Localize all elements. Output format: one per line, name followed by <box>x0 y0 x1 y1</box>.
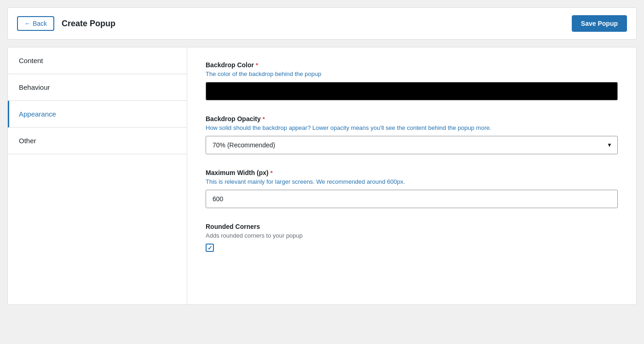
checkmark-icon: ✓ <box>207 245 213 251</box>
page-wrapper: ← Back Create Popup Save Popup Content B… <box>0 0 644 344</box>
rounded-corners-checkbox[interactable]: ✓ <box>206 244 214 252</box>
sidebar-item-content[interactable]: Content <box>8 47 187 74</box>
backdrop-opacity-group: Backdrop Opacity * How solid should the … <box>206 115 618 154</box>
rounded-corners-description: Adds rounded corners to your popup <box>206 232 618 239</box>
page-title: Create Popup <box>62 19 115 29</box>
sidebar-item-content-label: Content <box>19 57 43 64</box>
rounded-corners-checkbox-wrapper: ✓ <box>206 244 618 252</box>
rounded-corners-label: Rounded Corners <box>206 223 618 230</box>
backdrop-opacity-required: * <box>263 116 265 122</box>
top-bar: ← Back Create Popup Save Popup <box>7 7 637 40</box>
sidebar-item-appearance-label: Appearance <box>19 110 56 118</box>
backdrop-opacity-select-wrapper: 10% 20% 30% 40% 50% 60% 70% (Recommended… <box>206 136 618 154</box>
max-width-input[interactable] <box>206 190 618 208</box>
backdrop-color-input[interactable] <box>206 82 618 100</box>
max-width-required: * <box>270 169 273 176</box>
backdrop-opacity-label: Backdrop Opacity * <box>206 115 618 122</box>
backdrop-opacity-select[interactable]: 10% 20% 30% 40% 50% 60% 70% (Recommended… <box>206 136 618 154</box>
back-button[interactable]: ← Back <box>17 16 54 31</box>
max-width-label: Maximum Width (px) * <box>206 169 618 176</box>
content-area: Backdrop Color * The color of the backdr… <box>187 47 636 304</box>
sidebar: Content Behaviour Appearance Other <box>8 47 187 304</box>
top-bar-left: ← Back Create Popup <box>17 16 115 31</box>
backdrop-color-label: Backdrop Color * <box>206 61 618 69</box>
max-width-group: Maximum Width (px) * This is relevant ma… <box>206 169 618 208</box>
save-popup-button[interactable]: Save Popup <box>572 15 627 32</box>
sidebar-item-other[interactable]: Other <box>8 128 187 154</box>
sidebar-item-behaviour[interactable]: Behaviour <box>8 74 187 101</box>
backdrop-color-required: * <box>256 62 258 69</box>
main-content: Content Behaviour Appearance Other Backd… <box>7 47 637 305</box>
sidebar-item-behaviour-label: Behaviour <box>19 83 50 91</box>
backdrop-opacity-description: How solid should the backdrop appear? Lo… <box>206 124 618 131</box>
sidebar-item-other-label: Other <box>19 137 36 145</box>
backdrop-color-description: The color of the backdrop behind the pop… <box>206 70 618 77</box>
backdrop-color-group: Backdrop Color * The color of the backdr… <box>206 61 618 100</box>
sidebar-item-appearance[interactable]: Appearance <box>8 101 187 128</box>
max-width-description: This is relevant mainly for larger scree… <box>206 178 618 185</box>
rounded-corners-group: Rounded Corners Adds rounded corners to … <box>206 223 618 252</box>
